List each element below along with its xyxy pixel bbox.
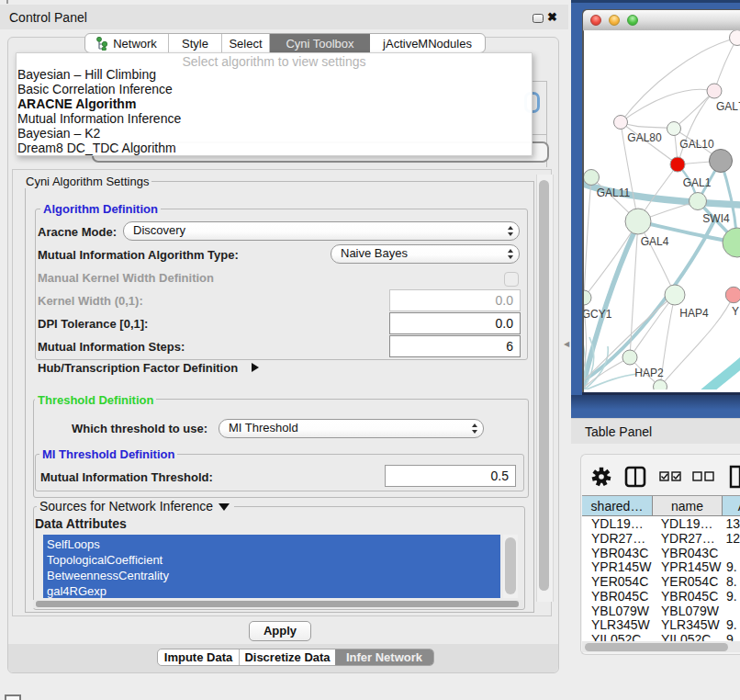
- svg-text:GAL80: GAL80: [627, 131, 662, 144]
- svg-text:GCY1: GCY1: [584, 308, 612, 321]
- svg-text:GAL7: GAL7: [716, 100, 740, 113]
- svg-text:GAL11: GAL11: [597, 186, 631, 199]
- svg-text:GAL4: GAL4: [641, 235, 669, 248]
- svg-text:HAP2: HAP2: [634, 367, 664, 379]
- svg-text:GAL10: GAL10: [679, 138, 714, 151]
- svg-text:SWI4: SWI4: [702, 212, 730, 225]
- svg-text:Y: Y: [732, 305, 739, 318]
- svg-text:GAL1: GAL1: [683, 176, 712, 189]
- svg-text:HAP4: HAP4: [679, 307, 709, 320]
